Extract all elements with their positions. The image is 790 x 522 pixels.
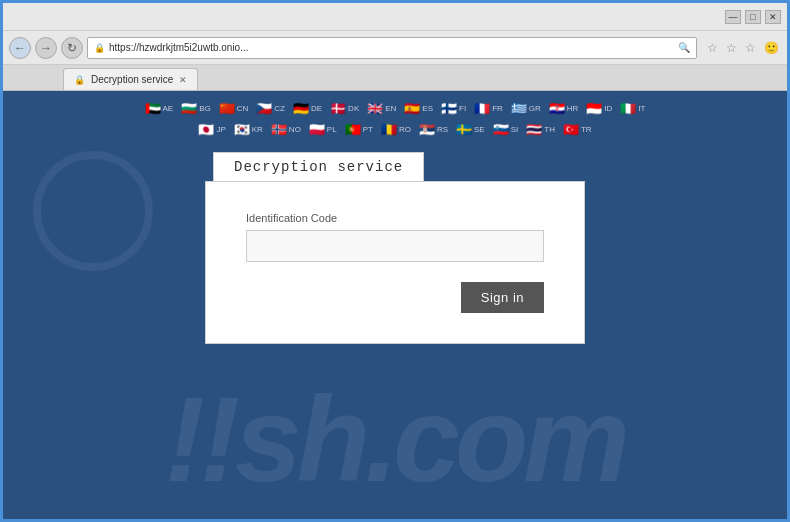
minimize-button[interactable]: — [725, 10, 741, 24]
identification-code-label: Identification Code [246, 212, 544, 224]
flag-si[interactable]: 🇸🇮 SI [493, 122, 519, 137]
flags-container: 🇦🇪 AE 🇧🇬 BG 🇨🇳 CN 🇨🇿 CZ 🇩🇪 D [125, 91, 666, 142]
flags-row-1: 🇦🇪 AE 🇧🇬 BG 🇨🇳 CN 🇨🇿 CZ 🇩🇪 D [145, 101, 646, 116]
flag-jp[interactable]: 🇯🇵 JP [198, 122, 225, 137]
login-card-body: Identification Code Sign in [205, 181, 585, 344]
flag-id[interactable]: 🇮🇩 ID [586, 101, 612, 116]
bookmark-icon[interactable]: ☆ [705, 39, 720, 57]
flag-fi[interactable]: 🇫🇮 FI [441, 101, 466, 116]
refresh-button[interactable]: ↻ [61, 37, 83, 59]
flag-hr[interactable]: 🇭🇷 HR [549, 101, 579, 116]
browser-frame: — □ ✕ ← → ↻ 🔒 https://hzwdrkjtm5i2uwtb.o… [0, 0, 790, 522]
star-icon[interactable]: ☆ [724, 39, 739, 57]
flag-ae[interactable]: 🇦🇪 AE [145, 101, 174, 116]
tab-bar: 🔒 Decryption service ✕ [3, 65, 787, 91]
flag-bg[interactable]: 🇧🇬 BG [181, 101, 211, 116]
flag-it[interactable]: 🇮🇹 IT [620, 101, 645, 116]
flag-dk[interactable]: 🇩🇰 DK [330, 101, 359, 116]
nav-bar: ← → ↻ 🔒 https://hzwdrkjtm5i2uwtb.onio...… [3, 31, 787, 65]
flag-en[interactable]: 🇬🇧 EN [367, 101, 396, 116]
circle-watermark [33, 151, 153, 271]
identification-code-input[interactable] [246, 230, 544, 262]
tab-close-button[interactable]: ✕ [179, 75, 187, 85]
flag-rs[interactable]: 🇷🇸 RS [419, 122, 448, 137]
address-bar-container: 🔒 https://hzwdrkjtm5i2uwtb.onio... 🔍 [87, 37, 697, 59]
url-text: https://hzwdrkjtm5i2uwtb.onio... [109, 42, 674, 53]
close-button[interactable]: ✕ [765, 10, 781, 24]
flag-tr[interactable]: 🇹🇷 TR [563, 122, 592, 137]
ssl-lock-icon: 🔒 [94, 43, 105, 53]
flag-fr[interactable]: 🇫🇷 FR [474, 101, 503, 116]
sign-in-button[interactable]: Sign in [461, 282, 544, 313]
flag-ro[interactable]: 🇷🇴 RO [381, 122, 411, 137]
flag-th[interactable]: 🇹🇭 TH [526, 122, 555, 137]
address-bar[interactable]: 🔒 https://hzwdrkjtm5i2uwtb.onio... 🔍 [87, 37, 697, 59]
back-button[interactable]: ← [9, 37, 31, 59]
card-tab-title: Decryption service [213, 152, 424, 181]
flag-es[interactable]: 🇪🇸 ES [404, 101, 433, 116]
background-watermark: !!sh.com [3, 379, 787, 499]
maximize-button[interactable]: □ [745, 10, 761, 24]
flag-cn[interactable]: 🇨🇳 CN [219, 101, 249, 116]
active-tab[interactable]: 🔒 Decryption service ✕ [63, 68, 198, 90]
flags-row-2: 🇯🇵 JP 🇰🇷 KR 🇳🇴 NO 🇵🇱 PL 🇵🇹 P [198, 122, 591, 137]
address-search-icon[interactable]: 🔍 [678, 42, 690, 53]
smiley-icon[interactable]: 🙂 [762, 39, 781, 57]
tab-label: Decryption service [91, 74, 173, 85]
flag-gr[interactable]: 🇬🇷 GR [511, 101, 541, 116]
flag-se[interactable]: 🇸🇪 SE [456, 122, 485, 137]
login-card-container: Decryption service Identification Code S… [205, 152, 585, 344]
flag-kr[interactable]: 🇰🇷 KR [234, 122, 263, 137]
sign-in-row: Sign in [246, 282, 544, 313]
flag-de[interactable]: 🇩🇪 DE [293, 101, 322, 116]
flag-cs[interactable]: 🇨🇿 CZ [256, 101, 285, 116]
window-controls: — □ ✕ [725, 10, 781, 24]
flag-pl[interactable]: 🇵🇱 PL [309, 122, 337, 137]
flag-no[interactable]: 🇳🇴 NO [271, 122, 301, 137]
star2-icon[interactable]: ☆ [743, 39, 758, 57]
title-bar: — □ ✕ [3, 3, 787, 31]
forward-button[interactable]: → [35, 37, 57, 59]
browser-content: !!sh.com 🇦🇪 AE 🇧🇬 BG 🇨🇳 CN 🇨🇿 C [3, 91, 787, 519]
nav-icons-right: ☆ ☆ ☆ 🙂 [705, 39, 781, 57]
flag-pt[interactable]: 🇵🇹 PT [345, 122, 373, 137]
tab-favicon: 🔒 [74, 75, 85, 85]
